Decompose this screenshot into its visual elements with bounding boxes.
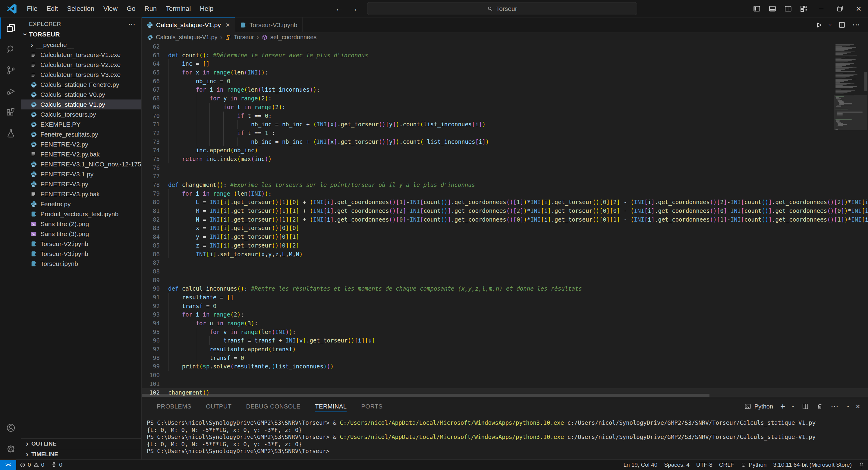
cursor-position[interactable]: Ln 19, Col 40 [620,460,661,470]
maximize-panel-icon[interactable]: › [844,406,851,408]
new-terminal-icon[interactable]: + [780,402,785,411]
section-outline[interactable]: ›OUTLINE [21,438,141,449]
activity-search-icon[interactable] [0,38,21,60]
code-line[interactable]: 99 print(sp.solve(resultante,(list_incon… [142,362,868,371]
code-line[interactable]: 77 [142,172,868,181]
language-mode[interactable]: Python [737,460,770,470]
code-line[interactable]: 76 [142,164,868,172]
code-line[interactable]: 81 M = INI[i].get_torseur()[1][1] + (INI… [142,207,868,215]
code-line[interactable]: 95 for v in range(len(INI)): [142,328,868,336]
code-line[interactable]: 79 for i in range (len(INI)): [142,189,868,198]
menu-selection[interactable]: Selection [62,3,99,14]
kill-terminal-icon[interactable] [816,403,824,410]
activity-run-and-debug-icon[interactable] [0,81,21,102]
editor-more-actions-icon[interactable]: ⋯ [852,20,861,30]
minimap[interactable] [835,44,863,130]
split-editor-icon[interactable] [838,21,846,29]
file-item[interactable]: Calculs_statique-V1.py [21,99,141,110]
file-item[interactable]: FENETRE-V3.1_NICO_nov.-12-17553... [21,159,141,169]
terminal-output[interactable]: PS C:\Users\nicol\SynologyDrive\GMP2\S3\… [142,414,868,460]
file-item[interactable]: Sans titre (2).png [21,219,141,229]
file-item[interactable]: Produit_vecteurs_test.ipynb [21,209,141,219]
close-tab-icon[interactable]: × [226,21,230,29]
forward-icon[interactable]: → [349,4,359,13]
code-line[interactable]: 64 inc = [] [142,59,868,68]
file-item[interactable]: FENETRE-V3.py.bak [21,189,141,199]
code-line[interactable]: 69 for t in range(2): [142,103,868,112]
code-line[interactable]: 78def changement(): #Exprime les torseur… [142,181,868,189]
close-window-icon[interactable]: × [849,0,868,17]
toggle-panel-icon[interactable] [769,5,776,13]
file-item[interactable]: FENETRE-V2.py [21,139,141,149]
file-item[interactable]: Torseur-V3.ipynb [21,249,141,259]
file-item[interactable]: EXEMPLE.PY [21,119,141,129]
close-panel-icon[interactable]: × [856,402,860,411]
code-line[interactable]: 86 INI[i].set_torseur(x,y,z,L,M,N) [142,250,868,259]
code-line[interactable]: 65 for x in range(len(INI)): [142,68,868,77]
code-line[interactable]: 72 if t == 1 : [142,129,868,138]
file-item[interactable]: Fenetre_resultats.py [21,129,141,139]
file-item[interactable]: Calculs_statique-V0.py [21,90,141,99]
run-dropdown-chevron-icon[interactable]: › [827,24,834,26]
file-item[interactable]: FENETRE-V3.py [21,179,141,189]
code-line[interactable]: 68 for y in range(2): [142,94,868,103]
section-timeline[interactable]: ›TIMELINE [21,449,141,460]
code-line[interactable]: 97 resultante.append(transf) [142,345,868,354]
panel-tab-terminal[interactable]: TERMINAL [315,398,347,414]
file-item[interactable]: Calculs_statique-Fenetre.py [21,80,141,90]
code-line[interactable]: 94 for u in range(3): [142,319,868,328]
code-line[interactable]: 88 [142,267,868,276]
breadcrumb-item[interactable]: set_coordonnees [270,34,316,41]
terminal-dropdown-chevron-icon[interactable]: › [790,406,797,408]
code-line[interactable]: 85 z = INI[i].get_torseur()[0][2] [142,241,868,250]
activity-extensions-icon[interactable] [0,102,21,123]
minimap-slider[interactable] [834,95,867,130]
tab-Torseur-V3.ipynb[interactable]: Torseur-V3.ipynb [235,18,303,32]
code-line[interactable]: 82 N = INI[i].get_torseur()[1][2] + (INI… [142,215,868,224]
restore-icon[interactable] [831,0,849,17]
panel-tab-ports[interactable]: PORTS [361,398,382,414]
code-line[interactable]: 100 [142,371,868,380]
code-line[interactable]: 71 nb_inc = nb_inc + (INI[x].get_torseur… [142,120,868,129]
file-item[interactable]: FENETRE-V2.py.bak [21,149,141,159]
code-editor[interactable]: 6263def count(): #Détermine le torseur a… [142,42,868,398]
panel-tab-output[interactable]: OUTPUT [206,398,231,414]
folder-item[interactable]: ›__pycache__ [21,40,141,50]
remote-indicator[interactable]: >< [0,460,16,470]
code-line[interactable]: 84 y = INI[i].get_torseur()[0][1] [142,232,868,241]
code-line[interactable]: 74 inc.append(nb_inc) [142,146,868,155]
workspace-root-row[interactable]: › TORSEUR [21,29,141,40]
problems-status[interactable]: 0 0 [16,460,48,470]
menu-run[interactable]: Run [140,3,161,14]
toggle-sidebar-icon[interactable] [753,5,761,13]
terminal-instance[interactable]: Python [744,403,773,410]
back-icon[interactable]: ← [334,4,344,13]
menu-view[interactable]: View [99,3,122,14]
code-line[interactable]: 93 for i in range(2): [142,310,868,319]
code-line[interactable]: 66 nb_inc = 0 [142,77,868,86]
code-line[interactable]: 101 [142,380,868,388]
code-line[interactable]: 90def calcul_inconnues(): #Rentre les ré… [142,284,868,293]
file-item[interactable]: Torseur-V2.ipynb [21,239,141,249]
file-item[interactable]: Calculateur_torseurs-V2.exe [21,60,141,70]
file-item[interactable]: Torseur.ipynb [21,259,141,269]
breadcrumb-item[interactable]: Torseur [234,34,254,41]
code-line[interactable]: 67 for i in range(len(list_inconnues)): [142,85,868,94]
python-interpreter[interactable]: 3.10.11 64-bit (Microsoft Store) [770,460,855,470]
code-line[interactable]: 75 return inc.index(max(inc)) [142,155,868,164]
breadcrumb-item[interactable]: Calculs_statique-V1.py [156,34,218,41]
file-item[interactable]: Calculateur_torseurs-V1.exe [21,50,141,60]
notifications-bell-icon[interactable] [855,460,868,470]
customize-layout-icon[interactable] [800,5,808,13]
activity-accounts-icon[interactable] [0,417,21,438]
panel-tab-problems[interactable]: PROBLEMS [157,398,191,414]
code-line[interactable]: 73 nb_inc = nb_inc + (INI[x].get_torseur… [142,138,868,146]
toggle-secondary-sidebar-icon[interactable] [784,5,792,13]
code-line[interactable]: 63def count(): #Détermine le torseur ave… [142,51,868,60]
command-center-search[interactable]: Torseur [367,2,637,15]
panel-tab-debug-console[interactable]: DEBUG CONSOLE [246,398,301,414]
tab-Calculs_statique-V1.py[interactable]: Calculs_statique-V1.py× [142,18,235,32]
ports-status[interactable]: 0 [48,460,66,470]
file-item[interactable]: FENETRE-V3.1.py [21,169,141,179]
file-item[interactable]: Sans titre (3).png [21,229,141,239]
